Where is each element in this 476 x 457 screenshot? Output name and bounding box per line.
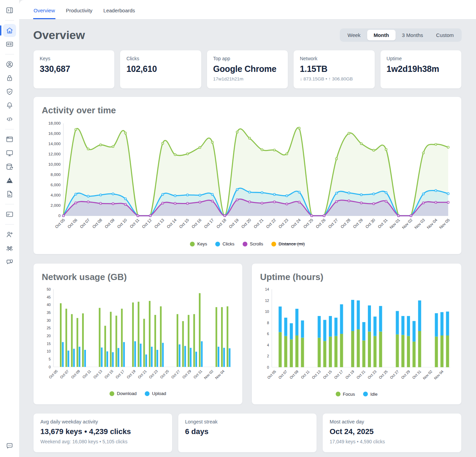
time-range-month-button[interactable]: Month (367, 30, 396, 40)
tab-leaderboards[interactable]: Leaderboards (103, 8, 136, 19)
sidebar-item-reports[interactable] (3, 188, 16, 201)
svg-text:Oct 05: Oct 05 (48, 369, 58, 379)
sidebar-item-profile-card[interactable] (3, 38, 16, 51)
sidebar-item-community[interactable] (3, 255, 16, 268)
longest-streak-card: Longest streak 6 days (178, 413, 317, 453)
sidebar-divider (5, 54, 14, 54)
sidebar-item-computers[interactable] (3, 147, 16, 160)
sidebar-divider (5, 204, 14, 204)
svg-text:Oct 30: Oct 30 (364, 217, 376, 229)
svg-text:Oct 24: Oct 24 (290, 217, 301, 229)
svg-text:Oct 19: Oct 19 (126, 369, 136, 379)
time-range-custom-button[interactable]: Custom (429, 30, 460, 40)
legend-item-clicks[interactable]: Clicks (215, 241, 234, 246)
chat-bubbles-icon (5, 258, 14, 266)
tab-overview[interactable]: Overview (33, 8, 55, 19)
sidebar-item-feedback[interactable] (3, 440, 16, 453)
svg-text:Oct 05: Oct 05 (266, 369, 277, 380)
svg-text:40: 40 (47, 303, 51, 307)
sidebar-item-milestones[interactable] (3, 174, 16, 187)
network-chart-card: Network usage (GB) 05101520253035404550O… (33, 263, 243, 404)
stat-label: Clicks (126, 56, 195, 61)
sidebar-item-privacy[interactable] (3, 72, 16, 85)
stat-sub: ↓ 873.15GB • ↑ 306.80GB (300, 76, 368, 81)
svg-text:Oct 06: Oct 06 (66, 218, 78, 229)
svg-text:Oct 17: Oct 17 (203, 218, 215, 229)
tab-productivity[interactable]: Productivity (66, 8, 93, 19)
svg-text:Oct 31: Oct 31 (411, 369, 422, 380)
sidebar-item-teams[interactable] (3, 242, 16, 255)
svg-text:25: 25 (47, 326, 51, 330)
svg-text:10: 10 (47, 350, 51, 354)
svg-text:Oct 31: Oct 31 (377, 218, 388, 229)
svg-text:10: 10 (265, 310, 269, 314)
svg-text:Oct 23: Oct 23 (278, 218, 289, 229)
sidebar-item-home[interactable] (3, 24, 16, 37)
time-range-week-button[interactable]: Week (341, 30, 367, 40)
user-plus-icon (5, 230, 14, 239)
legend-item-keys[interactable]: Keys (190, 241, 207, 246)
legend-label: Keys (197, 241, 207, 246)
legend-item-distance[interactable]: Distance (mi) (271, 241, 305, 246)
sidebar-toggle-button[interactable] (3, 4, 16, 17)
svg-text:30: 30 (47, 318, 51, 322)
sidebar-item-developer[interactable] (3, 113, 16, 126)
time-range-3months-button[interactable]: 3 Months (396, 30, 430, 40)
legend-item-upload[interactable]: Upload (145, 391, 166, 396)
svg-text:Nov 01: Nov 01 (389, 218, 401, 230)
bell-icon (5, 101, 14, 110)
svg-text:Oct 22: Oct 22 (265, 218, 277, 229)
svg-text:Nov 04: Nov 04 (433, 369, 444, 380)
svg-text:5: 5 (49, 357, 51, 361)
legend-item-scrolls[interactable]: Scrolls (243, 241, 263, 246)
summary-value: 6 days (185, 427, 310, 436)
stat-label: Keys (40, 56, 108, 61)
database-history-icon (5, 163, 14, 171)
svg-text:Oct 13: Oct 13 (153, 218, 165, 229)
sidebar-item-notifications[interactable] (3, 99, 16, 112)
stat-cards-row: Keys 330,687 Clicks 102,610 Top app Goog… (33, 50, 462, 89)
time-range-selector: Week Month 3 Months Custom (340, 28, 462, 42)
svg-text:Oct 19: Oct 19 (228, 218, 240, 229)
report-document-icon (5, 190, 14, 198)
legend-item-download[interactable]: Download (110, 391, 137, 396)
network-chart: 05101520253035404550Oct 05Oct 07Oct 09Oc… (42, 286, 234, 389)
svg-text:Nov 02: Nov 02 (203, 369, 214, 380)
svg-text:16,000: 16,000 (48, 131, 61, 136)
distance-legend-dot (271, 242, 276, 246)
svg-text:8: 8 (267, 321, 269, 325)
sidebar-item-account[interactable] (3, 58, 16, 71)
svg-text:Oct 29: Oct 29 (352, 218, 364, 229)
svg-text:Oct 11: Oct 11 (300, 369, 310, 380)
summary-value: Oct 24, 2025 (330, 427, 454, 436)
scrolls-legend-dot (243, 242, 247, 246)
sidebar-item-applications[interactable] (3, 133, 16, 146)
svg-text:0: 0 (267, 365, 269, 369)
keys-legend-dot (190, 242, 195, 246)
download-legend-dot (110, 391, 114, 396)
legend-item-idle[interactable]: Idle (363, 392, 377, 397)
stat-value: 1.15TB (300, 64, 368, 74)
sidebar-item-security[interactable] (3, 85, 16, 98)
svg-text:4,000: 4,000 (51, 193, 61, 197)
svg-text:20: 20 (47, 334, 51, 338)
stat-value: 330,687 (40, 64, 108, 74)
svg-text:Oct 21: Oct 21 (137, 369, 147, 379)
svg-text:2,000: 2,000 (51, 203, 61, 207)
legend-item-focus[interactable]: Focus (336, 392, 355, 397)
svg-text:14: 14 (265, 288, 269, 292)
svg-text:Oct 23: Oct 23 (367, 369, 377, 380)
stat-value: Google Chrome (213, 64, 282, 74)
svg-text:Oct 15: Oct 15 (322, 369, 333, 380)
svg-text:Oct 13: Oct 13 (311, 369, 322, 380)
svg-text:8,000: 8,000 (51, 172, 61, 177)
sidebar-item-history[interactable] (3, 160, 16, 173)
svg-text:Oct 09: Oct 09 (104, 218, 115, 229)
team-icon (5, 244, 14, 252)
lock-icon (5, 74, 14, 82)
legend-label: Scrolls (250, 241, 263, 246)
idle-legend-dot (363, 392, 368, 396)
sidebar-item-billing[interactable] (3, 208, 16, 221)
sidebar-item-invite[interactable] (3, 228, 16, 241)
svg-text:Oct 21: Oct 21 (253, 218, 265, 229)
